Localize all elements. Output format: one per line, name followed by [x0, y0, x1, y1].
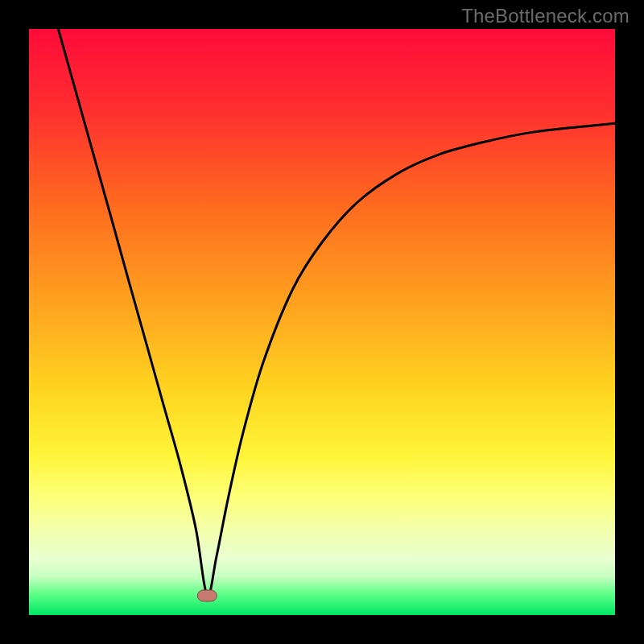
watermark-text: TheBottleneck.com	[461, 5, 630, 27]
optimal-marker	[197, 590, 217, 601]
plot-background	[29, 29, 615, 615]
chart-frame: TheBottleneck.com	[0, 0, 644, 644]
bottleneck-chart	[0, 0, 644, 644]
